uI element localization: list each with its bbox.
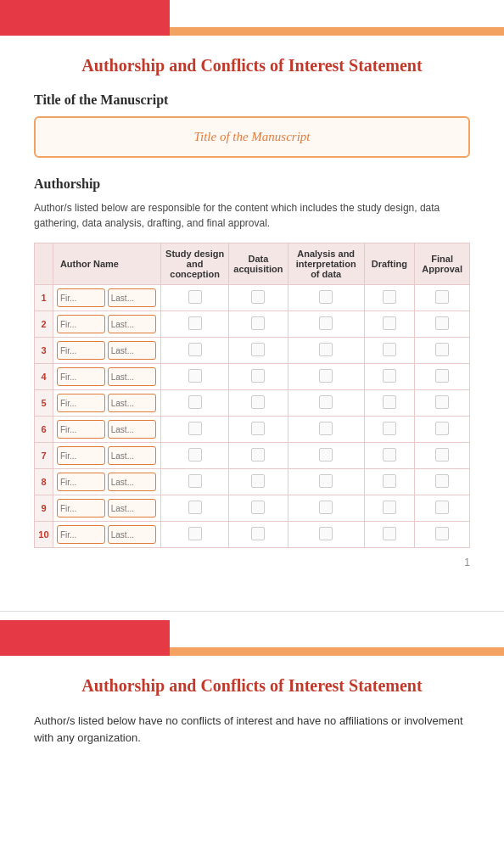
checkbox-analysis[interactable] (288, 285, 364, 311)
checkbox-analysis[interactable] (288, 311, 364, 338)
checkbox-analysis[interactable] (288, 338, 364, 364)
checkbox-drafting[interactable] (364, 364, 415, 390)
checkbox-analysis-box[interactable] (319, 290, 333, 304)
checkbox-study-box[interactable] (188, 422, 202, 435)
checkbox-analysis[interactable] (288, 522, 364, 548)
last-name-input[interactable] (108, 525, 156, 544)
checkbox-approval-box[interactable] (435, 316, 449, 330)
checkbox-drafting[interactable] (364, 285, 415, 311)
checkbox-study-box[interactable] (188, 501, 202, 514)
checkbox-analysis-box[interactable] (319, 395, 333, 409)
checkbox-drafting[interactable] (364, 417, 415, 443)
checkbox-drafting-box[interactable] (383, 448, 396, 462)
checkbox-study[interactable] (161, 522, 229, 548)
checkbox-drafting-box[interactable] (383, 422, 396, 435)
checkbox-data[interactable] (228, 469, 288, 495)
checkbox-analysis[interactable] (288, 364, 364, 390)
checkbox-analysis-box[interactable] (319, 316, 333, 330)
last-name-input[interactable] (108, 341, 156, 360)
checkbox-study[interactable] (161, 469, 229, 495)
checkbox-study[interactable] (161, 338, 229, 364)
checkbox-data[interactable] (228, 338, 288, 364)
checkbox-approval[interactable] (415, 443, 470, 469)
first-name-input[interactable] (57, 420, 105, 439)
checkbox-study-box[interactable] (188, 448, 202, 462)
checkbox-analysis[interactable] (288, 390, 364, 417)
checkbox-study[interactable] (161, 285, 229, 311)
first-name-input[interactable] (57, 341, 105, 360)
checkbox-drafting[interactable] (364, 338, 415, 364)
checkbox-approval-box[interactable] (435, 474, 449, 488)
checkbox-approval-box[interactable] (435, 448, 449, 462)
manuscript-title-input[interactable]: Title of the Manuscript (34, 116, 470, 158)
checkbox-approval[interactable] (415, 417, 470, 443)
checkbox-drafting[interactable] (364, 311, 415, 338)
checkbox-analysis[interactable] (288, 443, 364, 469)
checkbox-data-box[interactable] (251, 422, 265, 435)
last-name-input[interactable] (108, 315, 156, 333)
checkbox-data-box[interactable] (251, 343, 265, 356)
checkbox-drafting-box[interactable] (383, 527, 396, 540)
checkbox-data[interactable] (228, 364, 288, 390)
checkbox-drafting-box[interactable] (383, 369, 396, 383)
checkbox-approval-box[interactable] (435, 290, 449, 304)
checkbox-study-box[interactable] (188, 316, 202, 330)
checkbox-study-box[interactable] (188, 395, 202, 409)
checkbox-approval-box[interactable] (435, 527, 449, 540)
checkbox-data-box[interactable] (251, 369, 265, 383)
checkbox-drafting-box[interactable] (383, 343, 396, 356)
checkbox-study-box[interactable] (188, 474, 202, 488)
checkbox-data-box[interactable] (251, 316, 265, 330)
checkbox-study-box[interactable] (188, 343, 202, 356)
checkbox-analysis-box[interactable] (319, 527, 333, 540)
checkbox-study[interactable] (161, 390, 229, 417)
checkbox-analysis[interactable] (288, 469, 364, 495)
checkbox-drafting[interactable] (364, 443, 415, 469)
checkbox-approval-box[interactable] (435, 395, 449, 409)
checkbox-drafting-box[interactable] (383, 395, 396, 409)
checkbox-study[interactable] (161, 495, 229, 522)
last-name-input[interactable] (108, 446, 156, 465)
checkbox-approval[interactable] (415, 522, 470, 548)
checkbox-data[interactable] (228, 443, 288, 469)
checkbox-drafting[interactable] (364, 495, 415, 522)
checkbox-analysis-box[interactable] (319, 343, 333, 356)
checkbox-data[interactable] (228, 311, 288, 338)
checkbox-study[interactable] (161, 364, 229, 390)
first-name-input[interactable] (57, 288, 105, 307)
checkbox-data[interactable] (228, 390, 288, 417)
checkbox-drafting[interactable] (364, 390, 415, 417)
last-name-input[interactable] (108, 499, 156, 518)
checkbox-drafting[interactable] (364, 469, 415, 495)
first-name-input[interactable] (57, 446, 105, 465)
last-name-input[interactable] (108, 473, 156, 491)
checkbox-analysis-box[interactable] (319, 501, 333, 514)
first-name-input[interactable] (57, 525, 105, 544)
checkbox-study-box[interactable] (188, 290, 202, 304)
checkbox-data-box[interactable] (251, 501, 265, 514)
checkbox-study[interactable] (161, 311, 229, 338)
checkbox-data[interactable] (228, 285, 288, 311)
first-name-input[interactable] (57, 394, 105, 412)
last-name-input[interactable] (108, 394, 156, 412)
checkbox-data[interactable] (228, 522, 288, 548)
checkbox-analysis[interactable] (288, 417, 364, 443)
checkbox-approval[interactable] (415, 285, 470, 311)
checkbox-approval-box[interactable] (435, 422, 449, 435)
checkbox-data-box[interactable] (251, 527, 265, 540)
last-name-input[interactable] (108, 288, 156, 307)
checkbox-analysis-box[interactable] (319, 369, 333, 383)
first-name-input[interactable] (57, 499, 105, 518)
checkbox-data[interactable] (228, 495, 288, 522)
checkbox-approval[interactable] (415, 390, 470, 417)
checkbox-drafting-box[interactable] (383, 474, 396, 488)
checkbox-approval[interactable] (415, 495, 470, 522)
checkbox-data-box[interactable] (251, 395, 265, 409)
checkbox-data-box[interactable] (251, 448, 265, 462)
checkbox-data-box[interactable] (251, 290, 265, 304)
checkbox-approval-box[interactable] (435, 343, 449, 356)
checkbox-approval[interactable] (415, 311, 470, 338)
checkbox-approval-box[interactable] (435, 501, 449, 514)
checkbox-analysis-box[interactable] (319, 422, 333, 435)
checkbox-drafting[interactable] (364, 522, 415, 548)
